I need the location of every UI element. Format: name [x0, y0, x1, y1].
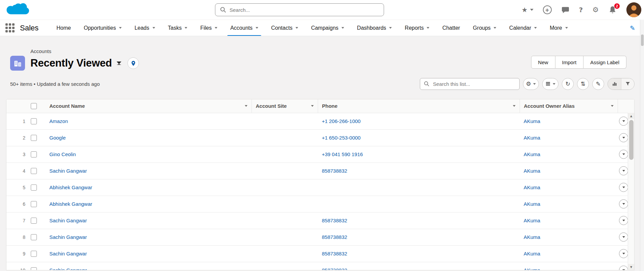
row-checkbox[interactable] [31, 118, 37, 124]
owner-alias-link[interactable]: AKuma [524, 267, 540, 270]
chat-button[interactable] [561, 6, 570, 14]
phone-link[interactable]: +1 650-253-0000 [322, 135, 361, 141]
row-actions-button[interactable] [619, 166, 628, 175]
nav-tab-accounts[interactable]: Accounts [224, 20, 265, 36]
setup-button[interactable]: ⚙ [592, 6, 599, 14]
account-name-link[interactable]: Sachin Gangwar [49, 168, 87, 174]
nav-tab-tasks[interactable]: Tasks [162, 20, 194, 36]
chevron-down-icon[interactable] [389, 27, 392, 29]
phone-link[interactable]: +39 041 590 1916 [322, 151, 363, 157]
page-scrollbar[interactable] [640, 20, 644, 271]
phone-link[interactable]: 858738832 [322, 234, 347, 240]
nav-tab-opportunities[interactable]: Opportunities [77, 20, 128, 36]
scrollbar-thumb[interactable] [629, 120, 634, 160]
assign-label-button[interactable]: Assign Label [583, 56, 626, 69]
owner-alias-link[interactable]: AKuma [524, 184, 540, 190]
global-search-input[interactable] [215, 3, 384, 16]
select-all-checkbox[interactable] [31, 103, 37, 109]
row-actions-button[interactable] [619, 249, 628, 258]
chevron-down-icon[interactable] [256, 27, 258, 29]
account-name-link[interactable]: Sachin Gangwar [49, 251, 87, 256]
list-settings-button[interactable]: ⚙ [523, 78, 539, 90]
table-scrollbar[interactable]: ▲ ▼ [628, 113, 634, 270]
chevron-down-icon[interactable] [565, 27, 568, 29]
phone-link[interactable]: 858738832 [322, 251, 347, 256]
chevron-down-icon[interactable] [245, 105, 247, 107]
row-actions-button[interactable] [619, 133, 628, 142]
owner-alias-link[interactable]: AKuma [524, 151, 540, 157]
app-launcher-button[interactable] [5, 23, 15, 32]
chevron-down-icon[interactable] [341, 27, 344, 29]
row-actions-button[interactable] [619, 232, 628, 242]
chevron-down-icon[interactable] [295, 27, 298, 29]
chevron-down-icon[interactable] [152, 27, 155, 29]
owner-alias-link[interactable]: AKuma [524, 234, 540, 240]
row-checkbox[interactable] [31, 251, 37, 257]
account-name-link[interactable]: Abhishek Gangwar [49, 184, 92, 190]
chevron-down-icon[interactable] [513, 105, 516, 107]
chevron-down-icon[interactable] [119, 27, 122, 29]
nav-tab-more[interactable]: More [543, 20, 574, 36]
row-actions-button[interactable] [619, 117, 628, 126]
owner-alias-link[interactable]: AKuma [524, 251, 540, 256]
phone-link[interactable]: 858738832 [322, 168, 347, 174]
nav-tab-dashboards[interactable]: Dashboards [351, 20, 398, 36]
edit-nav-pencil-button[interactable]: ✎ [630, 24, 635, 32]
row-actions-button[interactable] [619, 183, 628, 192]
inline-edit-button[interactable]: ✎ [592, 78, 604, 90]
row-actions-button[interactable] [619, 266, 628, 270]
nav-tab-campaigns[interactable]: Campaigns [305, 20, 351, 36]
nav-tab-leads[interactable]: Leads [128, 20, 162, 36]
column-header-phone[interactable]: Phone [318, 99, 520, 113]
row-actions-button[interactable] [619, 199, 628, 208]
scroll-up-button[interactable]: ▲ [628, 113, 634, 119]
chevron-down-icon[interactable] [534, 27, 537, 29]
sort-button[interactable]: ⇅ [577, 78, 589, 90]
account-name-link[interactable]: Google [49, 135, 66, 141]
column-header-account-site[interactable]: Account Site [252, 99, 318, 113]
nav-tab-groups[interactable]: Groups [467, 20, 503, 36]
help-button[interactable]: ? [579, 6, 583, 14]
account-name-link[interactable]: Abhishek Gangwar [49, 201, 92, 207]
nav-tab-contacts[interactable]: Contacts [265, 20, 305, 36]
refresh-button[interactable]: ↻ [562, 78, 574, 90]
import-button[interactable]: Import [555, 56, 584, 69]
user-avatar[interactable] [626, 2, 641, 17]
display-as-button[interactable] [542, 78, 558, 90]
new-button[interactable]: New [531, 56, 555, 69]
chevron-down-icon[interactable] [311, 105, 314, 107]
chevron-down-icon[interactable] [185, 27, 187, 29]
row-actions-button[interactable] [619, 150, 628, 159]
row-checkbox[interactable] [31, 218, 37, 224]
charts-button[interactable] [608, 78, 621, 90]
row-checkbox[interactable] [31, 135, 37, 141]
account-name-link[interactable]: Sachin Gangwar [49, 218, 87, 223]
chevron-down-icon[interactable] [215, 27, 217, 29]
account-name-link[interactable]: Amazon [49, 118, 68, 124]
nav-tab-home[interactable]: Home [50, 20, 77, 36]
scroll-down-button[interactable]: ▼ [628, 264, 634, 270]
nav-tab-chatter[interactable]: Chatter [436, 20, 466, 36]
owner-alias-link[interactable]: AKuma [524, 118, 540, 124]
filters-button[interactable] [621, 78, 634, 90]
owner-alias-link[interactable]: AKuma [524, 201, 540, 207]
row-checkbox[interactable] [31, 168, 37, 174]
owner-alias-link[interactable]: AKuma [524, 218, 540, 223]
nav-tab-calendar[interactable]: Calendar [503, 20, 543, 36]
row-actions-button[interactable] [619, 216, 628, 225]
chevron-down-icon[interactable] [611, 105, 614, 107]
row-checkbox[interactable] [31, 184, 37, 191]
row-checkbox[interactable] [31, 267, 37, 271]
favorites-button[interactable]: ★ [522, 6, 533, 14]
global-actions-button[interactable]: + [543, 5, 552, 14]
account-name-link[interactable]: Sachin Gangwar [49, 267, 87, 270]
column-header-owner-alias[interactable]: Account Owner Alias [520, 99, 618, 113]
owner-alias-link[interactable]: AKuma [524, 135, 540, 141]
phone-link[interactable]: 858738832 [322, 267, 347, 270]
nav-tab-files[interactable]: Files [194, 20, 224, 36]
scrollbar-track[interactable] [628, 119, 634, 264]
chevron-down-icon[interactable] [427, 27, 429, 29]
pin-list-button[interactable] [127, 57, 139, 69]
account-name-link[interactable]: Sachin Gangwar [49, 234, 87, 240]
phone-link[interactable]: 858738832 [322, 218, 347, 223]
